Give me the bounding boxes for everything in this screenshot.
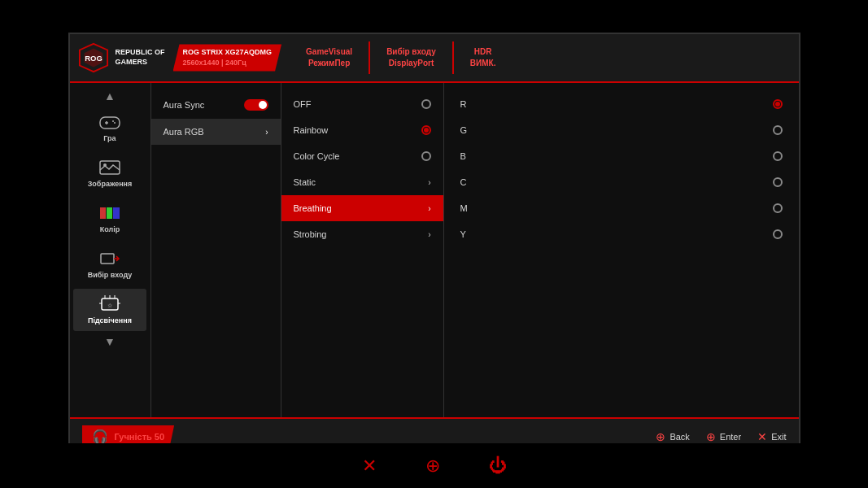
aura-sync-toggle[interactable] <box>244 99 268 111</box>
sidebar-label-image: Зображення <box>88 180 133 188</box>
color-y[interactable]: Y <box>444 221 799 247</box>
bottom-power-icon[interactable]: ⏻ <box>489 455 507 477</box>
enter-icon: ⊕ <box>706 430 716 443</box>
sidebar-label-color: Колір <box>100 225 120 233</box>
model-name: ROG STRIX XG27AQDMG <box>183 47 273 58</box>
exit-button[interactable]: ✕ Exit <box>757 430 786 443</box>
sidebar-down-arrow[interactable]: ▼ <box>70 333 150 351</box>
option-off[interactable]: OFF <box>281 91 443 117</box>
svg-point-7 <box>114 122 116 124</box>
rog-logo-icon: ROG <box>78 42 109 73</box>
exit-label: Exit <box>771 432 786 442</box>
image-icon <box>98 159 121 176</box>
color-b-radio[interactable] <box>773 151 783 161</box>
nav-gamevisual[interactable]: GameVisual РежимПер <box>290 46 369 69</box>
menu-panel: Aura Sync Aura RGB › <box>151 83 281 417</box>
nav-hdr[interactable]: HDR ВИМК. <box>454 46 513 69</box>
option-rainbow-radio[interactable] <box>421 125 431 135</box>
headphones-icon: 🎧 <box>92 429 108 444</box>
model-resolution: 2560x1440 | 240Гц <box>183 58 273 68</box>
option-static-label: Static <box>294 177 316 187</box>
color-c-label: C <box>460 177 467 187</box>
option-color-cycle-label: Color Cycle <box>294 151 340 161</box>
option-static-arrow-icon: › <box>428 178 430 187</box>
bottom-controls: ✕ ⊕ ⏻ <box>0 443 868 488</box>
color-m-label: M <box>460 203 468 213</box>
sidebar-item-color[interactable]: Колір <box>73 198 146 240</box>
color-g-label: G <box>460 125 468 135</box>
option-color-cycle-radio[interactable] <box>421 151 431 161</box>
back-label: Back <box>670 432 689 442</box>
svg-rect-12 <box>113 207 120 219</box>
color-c[interactable]: C <box>444 169 799 195</box>
color-r-label: R <box>460 99 467 109</box>
svg-point-9 <box>103 163 107 167</box>
svg-text:ROG: ROG <box>85 54 103 63</box>
svg-rect-3 <box>100 117 120 129</box>
color-c-radio[interactable] <box>773 177 783 187</box>
svg-rect-13 <box>101 254 114 264</box>
exit-icon: ✕ <box>757 430 767 443</box>
lighting-icon: ☆ <box>98 295 121 313</box>
back-icon: ⊕ <box>656 430 665 443</box>
back-button[interactable]: ⊕ Back <box>656 430 689 443</box>
brand-text: REPUBLIC OF GAMERS <box>116 48 165 67</box>
options-panel: OFF Rainbow Color Cycle Static › Breathi… <box>281 83 444 417</box>
aura-rgb-label: Aura RGB <box>164 127 204 137</box>
footer-right: ⊕ Back ⊕ Enter ✕ Exit <box>656 430 786 443</box>
option-rainbow-label: Rainbow <box>294 125 329 135</box>
sidebar-item-image[interactable]: Зображення <box>73 152 146 194</box>
svg-text:☆: ☆ <box>107 303 112 308</box>
nav-input[interactable]: Вибір входу DisplayPort <box>370 46 452 69</box>
option-color-cycle[interactable]: Color Cycle <box>281 143 443 169</box>
sidebar-item-lighting[interactable]: ☆ Підсвічення <box>73 289 146 331</box>
aura-sync-label: Aura Sync <box>164 100 205 110</box>
color-g[interactable]: G <box>444 117 799 143</box>
bottom-nav-icon[interactable]: ⊕ <box>425 455 440 477</box>
sidebar-label-input: Вибір входу <box>88 271 133 279</box>
color-y-label: Y <box>460 229 466 239</box>
sidebar-label-lighting: Підсвічення <box>88 316 132 325</box>
color-panel: R G B C M Y <box>444 83 799 417</box>
option-off-label: OFF <box>294 99 312 109</box>
option-breathing[interactable]: Breathing › <box>281 195 443 221</box>
sidebar: ▲ Гра <box>70 83 151 417</box>
input-icon <box>98 250 121 268</box>
main-content: ▲ Гра <box>70 83 799 417</box>
color-r[interactable]: R <box>444 91 799 117</box>
svg-rect-11 <box>107 207 112 219</box>
option-breathing-label: Breathing <box>294 203 332 213</box>
sidebar-item-game[interactable]: Гра <box>73 107 146 149</box>
option-rainbow[interactable]: Rainbow <box>281 117 443 143</box>
color-g-radio[interactable] <box>773 125 783 135</box>
option-static[interactable]: Static › <box>281 169 443 195</box>
bottom-close-icon[interactable]: ✕ <box>362 455 377 477</box>
svg-point-6 <box>112 120 114 122</box>
menu-item-aura-rgb[interactable]: Aura RGB › <box>151 119 281 145</box>
svg-rect-10 <box>100 207 106 219</box>
enter-button[interactable]: ⊕ Enter <box>706 430 741 443</box>
option-strobing-arrow-icon: › <box>428 230 430 239</box>
color-r-radio[interactable] <box>773 99 783 109</box>
aura-rgb-arrow-icon: › <box>265 128 268 137</box>
color-m[interactable]: M <box>444 195 799 221</box>
enter-label: Enter <box>720 432 741 442</box>
color-m-radio[interactable] <box>773 203 783 213</box>
color-b[interactable]: B <box>444 143 799 169</box>
logo-area: ROG REPUBLIC OF GAMERS <box>78 42 165 73</box>
color-y-radio[interactable] <box>773 229 783 239</box>
color-icon <box>98 204 121 222</box>
model-area: ROG STRIX XG27AQDMG 2560x1440 | 240Гц <box>173 44 282 71</box>
option-breathing-arrow-icon: › <box>428 204 430 213</box>
option-strobing[interactable]: Strobing › <box>281 221 443 247</box>
sidebar-item-input[interactable]: Вибір входу <box>73 243 146 285</box>
header: ROG REPUBLIC OF GAMERS ROG STRIX XG27AQD… <box>70 34 799 83</box>
volume-label: Гучність 50 <box>115 432 165 442</box>
sidebar-label-game: Гра <box>103 134 116 142</box>
header-nav: GameVisual РежимПер Вибір входу DisplayP… <box>290 41 790 74</box>
gamepad-icon <box>98 113 121 131</box>
option-off-radio[interactable] <box>421 99 431 109</box>
sidebar-up-arrow[interactable]: ▲ <box>70 87 150 105</box>
menu-item-aura-sync[interactable]: Aura Sync <box>151 91 281 119</box>
option-strobing-label: Strobing <box>294 229 327 239</box>
